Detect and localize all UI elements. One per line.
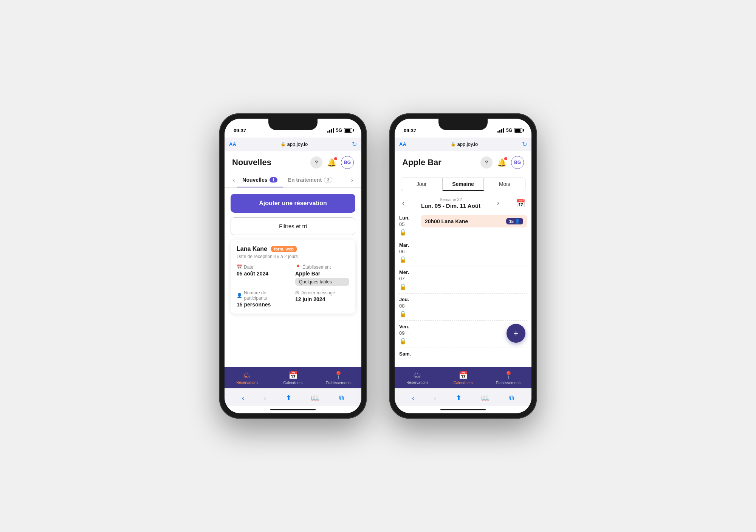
day-label-mar06: Mar. 06 🔒 bbox=[399, 242, 419, 263]
help-button-2[interactable]: ? bbox=[480, 156, 493, 169]
safari-bar-1: ‹ › ⬆ 📖 ⧉ bbox=[225, 388, 361, 406]
day-label-ven09: Ven. 09 🔒 bbox=[399, 324, 419, 345]
res-details: 📅 Date 05 août 2024 📍 Établissement bbox=[237, 264, 349, 308]
cal-day-mar06: Mar. 06 🔒 bbox=[399, 239, 527, 266]
calendar-picker-icon[interactable]: 📅 bbox=[516, 199, 525, 208]
status-bar-2: 09:37 5G bbox=[395, 119, 531, 138]
status-right-1: 5G bbox=[327, 128, 352, 133]
url-text-2: app.joy.io bbox=[457, 141, 478, 147]
calendar-icon: 📅 bbox=[237, 264, 242, 270]
notch-1 bbox=[268, 119, 318, 130]
tab-jour[interactable]: Jour bbox=[401, 178, 443, 191]
day-label-jeu08: Jeu. 08 🔒 bbox=[399, 297, 419, 317]
notch-2 bbox=[438, 119, 488, 130]
nav-etablissements-2[interactable]: 📍 Établissements bbox=[486, 371, 531, 385]
add-reservation-button[interactable]: Ajouter une réservation bbox=[231, 194, 355, 213]
5g-label-2: 5G bbox=[506, 128, 512, 133]
tabs-button-1[interactable]: ⧉ bbox=[336, 393, 347, 404]
calendar-tab-group: Jour Semaine Mois bbox=[401, 178, 525, 191]
browser-aa-1[interactable]: AA bbox=[229, 141, 236, 147]
bookmark-button-1[interactable]: 📖 bbox=[308, 392, 322, 404]
phone-1: 09:37 5G AA 🔒 bbox=[219, 113, 367, 419]
bell-button-2[interactable]: 🔔 bbox=[497, 158, 507, 167]
back-button-1[interactable]: ‹ bbox=[239, 393, 247, 404]
app-header-2: Apple Bar ? 🔔 BG bbox=[395, 151, 531, 173]
header-icons-2: ? 🔔 BG bbox=[480, 156, 524, 169]
res-establishment-label: 📍 Établissement bbox=[295, 264, 349, 270]
pin-icon: 📍 bbox=[295, 264, 301, 270]
reservations-label-2: Réservations bbox=[406, 380, 428, 385]
battery-2 bbox=[514, 128, 522, 133]
reservations-icon-1: 🗂 bbox=[243, 371, 251, 379]
app-content-1: Nouvelles ? 🔔 BG ‹ Nouvelles bbox=[225, 151, 361, 388]
res-table-tag: Quelques tables bbox=[295, 278, 349, 286]
fab-add-button[interactable]: + bbox=[507, 324, 525, 343]
res-message-label: ✉ Dernier message bbox=[295, 290, 349, 295]
nav-calendriers-1[interactable]: 📅 Calendriers bbox=[270, 371, 316, 385]
reservations-label-1: Réservations bbox=[236, 380, 258, 385]
reload-btn-2[interactable]: ↻ bbox=[522, 141, 527, 148]
status-bar-1: 09:37 5G bbox=[225, 119, 361, 138]
etablissements-icon-1: 📍 bbox=[334, 371, 343, 380]
browser-url-2: 🔒 app.joy.io bbox=[451, 141, 478, 147]
forward-button-1: › bbox=[261, 393, 269, 404]
res-name: Lana Kane bbox=[237, 246, 267, 252]
battery-1 bbox=[344, 128, 352, 133]
res-message-item: ✉ Dernier message 12 juin 2024 bbox=[295, 290, 349, 308]
person-icon: 👤 bbox=[237, 293, 242, 298]
tab-next-icon-1: › bbox=[349, 173, 355, 187]
bell-button-1[interactable]: 🔔 bbox=[327, 158, 336, 167]
browser-aa-2[interactable]: AA bbox=[399, 141, 406, 147]
cal-day-sam: Sam. bbox=[399, 348, 527, 367]
tabs-button-2[interactable]: ⧉ bbox=[506, 393, 517, 404]
nav-reservations-2[interactable]: 🗂 Réservations bbox=[395, 371, 440, 385]
home-indicator-1 bbox=[225, 406, 361, 413]
day-label-mer07: Mer. 07 🔒 bbox=[399, 269, 419, 290]
home-indicator-2 bbox=[395, 406, 531, 413]
week-label: Semaine 32 Lun. 05 - Dim. 11 Août bbox=[421, 197, 480, 209]
phone-1-screen: 09:37 5G AA 🔒 bbox=[225, 119, 361, 413]
tab-semaine[interactable]: Semaine bbox=[443, 178, 484, 191]
tab-nouvelles-badge: 1 bbox=[270, 177, 277, 182]
res-card-header: Lana Kane form. web bbox=[237, 246, 349, 252]
nav-reservations-1[interactable]: 🗂 Réservations bbox=[225, 371, 270, 385]
lock-icon-2: 🔒 bbox=[451, 142, 456, 147]
envelope-icon: ✉ bbox=[295, 290, 299, 295]
nav-etablissements-1[interactable]: 📍 Établissements bbox=[316, 371, 361, 385]
tab-en-traitement[interactable]: En traitement 3 bbox=[283, 173, 338, 187]
res-date-item: 📅 Date 05 août 2024 bbox=[237, 264, 291, 286]
res-establishment-value: Apple Bar bbox=[295, 271, 349, 277]
reload-btn-1[interactable]: ↻ bbox=[352, 141, 357, 148]
etablissements-label-2: Établissements bbox=[496, 381, 522, 385]
tab-mois[interactable]: Mois bbox=[484, 178, 525, 191]
event-lana-kane[interactable]: 20h00 Lana Kane 15 👤 bbox=[421, 215, 527, 227]
week-prev-btn[interactable]: ‹ bbox=[401, 198, 406, 209]
filter-button[interactable]: Filtres et tri bbox=[231, 217, 355, 235]
notification-dot-1 bbox=[334, 157, 337, 160]
tab-en-traitement-badge: 3 bbox=[324, 177, 332, 183]
back-button-2[interactable]: ‹ bbox=[409, 393, 417, 404]
tab-prev-btn-1[interactable]: ‹ bbox=[231, 173, 237, 187]
avatar-button-2[interactable]: BG bbox=[511, 156, 524, 169]
week-navigation: ‹ Semaine 32 Lun. 05 - Dim. 11 Août › 📅 bbox=[395, 196, 531, 212]
event-title-lana: 20h00 Lana Kane bbox=[425, 218, 468, 224]
5g-label-1: 5G bbox=[336, 128, 342, 133]
phone-2-screen: 09:37 5G AA 🔒 bbox=[395, 119, 531, 413]
etablissements-icon-2: 📍 bbox=[504, 371, 513, 380]
reservation-card-1[interactable]: Lana Kane form. web Date de réception il… bbox=[231, 240, 355, 314]
bookmark-button-2[interactable]: 📖 bbox=[478, 392, 493, 404]
signal-bars-1 bbox=[327, 128, 334, 133]
week-next-btn[interactable]: › bbox=[496, 198, 501, 209]
share-button-1[interactable]: ⬆ bbox=[283, 392, 294, 404]
share-button-2[interactable]: ⬆ bbox=[453, 392, 465, 404]
res-date-received: Date de réception il y a 2 jours bbox=[237, 254, 349, 259]
nav-calendriers-2[interactable]: 📅 Calendriers bbox=[440, 371, 486, 385]
tab-nouvelles[interactable]: Nouvelles 1 bbox=[237, 173, 282, 187]
help-button-1[interactable]: ? bbox=[310, 156, 322, 169]
phones-container: 09:37 5G AA 🔒 bbox=[219, 113, 537, 419]
avatar-button-1[interactable]: BG bbox=[341, 156, 354, 169]
page-title-1: Nouvelles bbox=[232, 158, 271, 167]
cal-day-lun05: Lun. 05 🔒 20h00 Lana Kane 15 bbox=[399, 212, 527, 239]
event-badge-lana: 15 👤 bbox=[506, 218, 523, 224]
lock-mar06: 🔒 bbox=[399, 256, 407, 263]
